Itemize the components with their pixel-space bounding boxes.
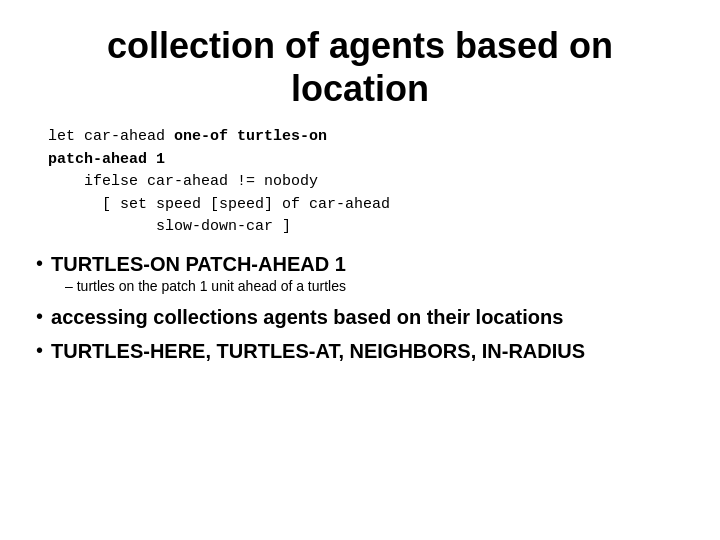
bullet-dot-2: • — [36, 304, 43, 328]
code-line1: let car-ahead one-of turtles-on — [48, 126, 684, 149]
bullet-list: • TURTLES-ON PATCH-AHEAD 1 turtles on th… — [36, 251, 684, 373]
bullet-main-1: TURTLES-ON PATCH-AHEAD 1 — [51, 251, 684, 277]
bullet-content-1: TURTLES-ON PATCH-AHEAD 1 turtles on the … — [51, 251, 684, 297]
title-line2: location — [291, 68, 429, 109]
title-line1: collection of agents based on — [107, 25, 613, 66]
list-item-3: • TURTLES-HERE, TURTLES-AT, NEIGHBORS, I… — [36, 338, 684, 364]
code-block: let car-ahead one-of turtles-on patch-ah… — [36, 126, 684, 239]
bullet-content-2: accessing collections agents based on th… — [51, 304, 684, 330]
page-title: collection of agents based on location — [36, 24, 684, 110]
bullet-main-2: accessing collections agents based on th… — [51, 304, 684, 330]
code-line4: [ set speed [speed] of car-ahead — [48, 194, 684, 217]
bullet-dot-1: • — [36, 251, 43, 275]
code-line2: patch-ahead 1 — [48, 149, 684, 172]
list-item-2: • accessing collections agents based on … — [36, 304, 684, 330]
code-line3: ifelse car-ahead != nobody — [48, 171, 684, 194]
code-line5: slow-down-car ] — [48, 216, 684, 239]
bullet-dot-3: • — [36, 338, 43, 362]
bullet-main-3: TURTLES-HERE, TURTLES-AT, NEIGHBORS, IN-… — [51, 338, 684, 364]
bullet-sub-1: turtles on the patch 1 unit ahead of a t… — [65, 277, 684, 297]
bullet-content-3: TURTLES-HERE, TURTLES-AT, NEIGHBORS, IN-… — [51, 338, 684, 364]
list-item-1: • TURTLES-ON PATCH-AHEAD 1 turtles on th… — [36, 251, 684, 297]
